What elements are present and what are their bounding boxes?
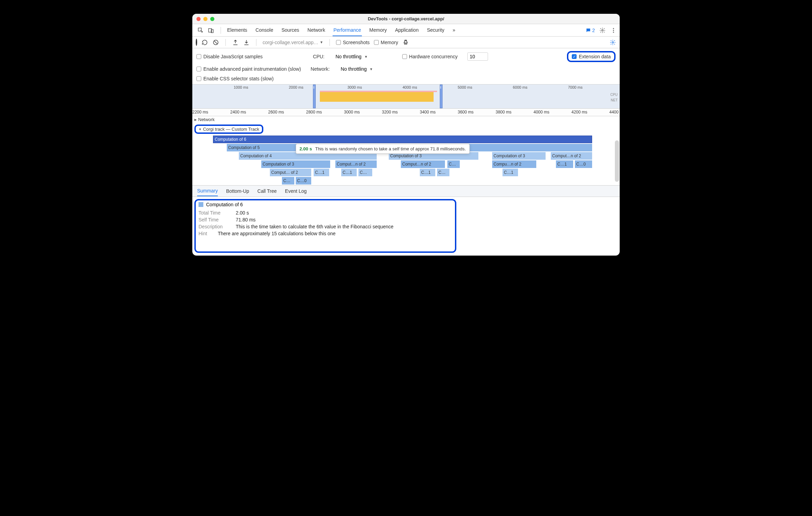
checkbox-icon — [402, 54, 407, 59]
inspect-element-icon[interactable] — [197, 27, 204, 34]
tab-application[interactable]: Application — [394, 24, 419, 36]
network-throttle-select[interactable]: No throttling ▼ — [339, 66, 374, 72]
flame-bar[interactable]: C… — [447, 160, 460, 168]
tab-console[interactable]: Console — [255, 24, 274, 36]
chevron-down-icon: ▼ — [364, 55, 368, 59]
issues-badge[interactable]: 2 — [586, 28, 595, 33]
flame-bar[interactable]: C… — [282, 177, 294, 185]
flamechart[interactable]: ▶ Network ▼ Corgi track — Custom Track C… — [192, 116, 620, 185]
description-label: Description — [199, 224, 230, 229]
capture-settings-icon[interactable] — [609, 39, 616, 46]
ruler-tick: 3200 ms — [382, 110, 398, 115]
download-icon[interactable] — [243, 39, 250, 46]
traffic-lights — [196, 17, 214, 21]
total-time-value: 2.00 s — [236, 210, 249, 216]
flame-bar[interactable]: C… — [437, 169, 449, 176]
device-toolbar-icon[interactable] — [207, 27, 214, 34]
tab-performance[interactable]: Performance — [333, 24, 362, 36]
flame-bar[interactable]: Computation of 3 — [492, 152, 546, 160]
disable-js-samples-checkbox[interactable]: Disable JavaScript samples — [196, 54, 263, 59]
record-button[interactable] — [196, 39, 197, 46]
zoom-window-button[interactable] — [210, 17, 214, 21]
tab-network[interactable]: Network — [307, 24, 326, 36]
upload-icon[interactable] — [232, 39, 239, 46]
hw-concurrency-checkbox[interactable]: Hardware concurrency — [402, 54, 458, 59]
flame-bar[interactable]: C…0 — [296, 177, 311, 185]
garbage-collect-icon[interactable] — [402, 39, 409, 46]
separator — [256, 39, 256, 46]
flame-bar[interactable]: C…0 — [575, 160, 592, 168]
reload-record-icon[interactable] — [201, 39, 208, 46]
adv-paint-checkbox[interactable]: Enable advanced paint instrumentation (s… — [196, 66, 301, 72]
ruler-tick: 3000 ms — [344, 110, 360, 115]
ruler-tick: 2200 ms — [192, 110, 208, 115]
flame-bar[interactable]: C…1 — [314, 169, 329, 176]
self-time-value: 71.80 ms — [236, 217, 256, 222]
flame-bar[interactable]: C…1 — [503, 169, 518, 176]
ruler-tick: 4200 ms — [571, 110, 587, 115]
summary-swatch-icon — [199, 202, 203, 207]
svg-point-8 — [612, 41, 614, 43]
detail-tab-call-tree[interactable]: Call Tree — [257, 186, 277, 196]
minimize-window-button[interactable] — [203, 17, 207, 21]
more-icon[interactable] — [610, 27, 617, 34]
ruler-tick: 3400 ms — [420, 110, 436, 115]
overview-tick: 2000 ms — [289, 85, 303, 89]
tab-elements[interactable]: Elements — [226, 24, 248, 36]
flame-tooltip: 2.00 s This is was randomly chosen to ta… — [296, 144, 470, 154]
chevron-down-icon: ▼ — [369, 67, 373, 71]
gear-icon[interactable] — [599, 27, 606, 34]
checkbox-icon — [572, 54, 577, 59]
issues-count: 2 — [592, 28, 595, 33]
flame-bar[interactable]: Compu…n of 2 — [492, 160, 536, 168]
total-time-label: Total Time — [199, 210, 230, 216]
detail-tab-event-log[interactable]: Event Log — [285, 186, 307, 196]
network-track-header[interactable]: ▶ Network — [194, 117, 215, 122]
overview-left-handle[interactable] — [313, 85, 316, 108]
overview-right-handle[interactable] — [440, 85, 443, 108]
overview-tick: 5000 ms — [458, 85, 472, 89]
close-window-button[interactable] — [196, 17, 201, 21]
ruler-tick: 2800 ms — [306, 110, 322, 115]
css-stats-checkbox[interactable]: Enable CSS selector stats (slow) — [196, 76, 274, 81]
svg-point-3 — [602, 29, 603, 31]
separator — [221, 27, 221, 34]
overview-tick: 4000 ms — [403, 85, 417, 89]
flame-bar[interactable]: C…1 — [556, 160, 573, 168]
clear-icon[interactable] — [212, 39, 219, 46]
corgi-track-header-highlight[interactable]: ▼ Corgi track — Custom Track — [194, 125, 263, 134]
tabs-overflow[interactable]: » — [452, 24, 456, 36]
tab-memory[interactable]: Memory — [369, 24, 388, 36]
timeline-overview[interactable]: 1000 ms 2000 ms 3000 ms 4000 ms 5000 ms … — [192, 85, 620, 109]
detail-tab-bottom-up[interactable]: Bottom-Up — [226, 186, 249, 196]
flame-bar[interactable]: Computation of 3 — [261, 160, 330, 168]
flame-bar[interactable]: Comput…n of 2 — [335, 160, 377, 168]
description-value: This is the time taken to calculate the … — [236, 224, 394, 229]
ruler-tick: 2400 ms — [230, 110, 246, 115]
flame-bar[interactable]: Computation of 6 — [213, 136, 592, 143]
flame-bar[interactable]: Comput…n of 2 — [551, 152, 592, 160]
cpu-throttle-select[interactable]: No throttling ▼ — [334, 53, 369, 60]
screenshots-checkbox[interactable]: Screenshots — [336, 40, 370, 45]
main-tabbar: Elements Console Sources Network Perform… — [192, 24, 620, 37]
hw-concurrency-input[interactable] — [467, 52, 488, 61]
tab-sources[interactable]: Sources — [281, 24, 300, 36]
recording-selector[interactable]: corgi-collage.vercel.app… ▼ — [263, 40, 323, 45]
tab-security[interactable]: Security — [426, 24, 445, 36]
memory-checkbox[interactable]: Memory — [374, 40, 398, 45]
hint-value: There are approximately 15 calculations … — [218, 231, 336, 236]
extension-data-highlight: Extension data — [567, 51, 616, 62]
overview-tick: 7000 ms — [568, 85, 582, 89]
summary-panel: Computation of 6 Total Time 2.00 s Self … — [192, 197, 620, 256]
scrollbar[interactable] — [615, 140, 619, 182]
flame-bar[interactable]: C…1 — [420, 169, 435, 176]
flame-bar[interactable]: Comput… of 2 — [270, 169, 311, 176]
flame-bar[interactable]: C… — [358, 169, 372, 176]
extension-data-checkbox[interactable]: Extension data — [572, 54, 611, 59]
detail-tab-summary[interactable]: Summary — [197, 186, 218, 196]
flame-bar[interactable]: C…1 — [341, 169, 357, 176]
flame-bar[interactable]: Comput…n of 2 — [401, 160, 445, 168]
titlebar: DevTools - corgi-collage.vercel.app/ — [192, 14, 620, 24]
ruler-tick: 4400 — [609, 110, 619, 115]
overview-ticks: 1000 ms 2000 ms 3000 ms 4000 ms 5000 ms … — [192, 85, 606, 90]
